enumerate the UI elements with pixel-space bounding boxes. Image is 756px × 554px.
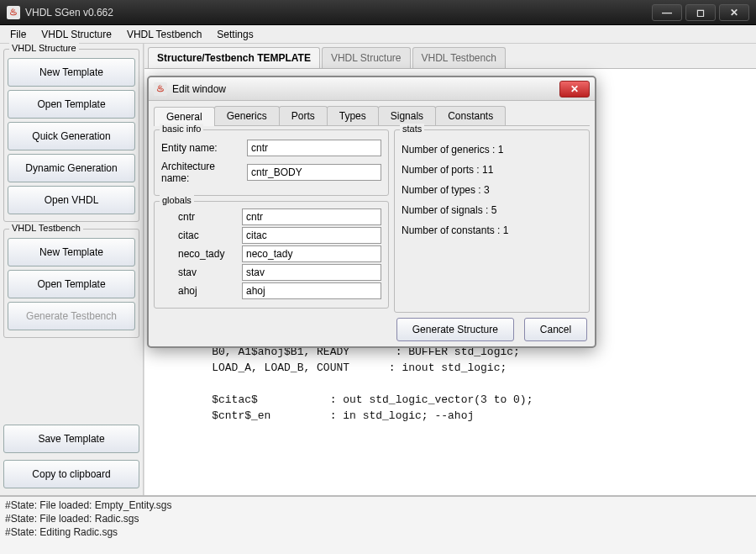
menu-settings[interactable]: Settings: [213, 27, 256, 42]
global-label: ahoj: [161, 285, 237, 297]
global-label: neco_tady: [161, 248, 237, 260]
fieldset-globals-title: globals: [160, 195, 194, 205]
fieldset-stats-title: stats: [400, 124, 424, 134]
status-line: #State: File loaded: Radic.sgs: [5, 512, 751, 525]
edit-window-dialog: ♨ Edit window ✕ General Generics Ports T…: [147, 76, 596, 348]
stat-generics: Number of generics : 1: [402, 144, 582, 156]
stat-types: Number of types : 3: [402, 184, 582, 196]
arch-name-label: Architecture name:: [161, 161, 242, 184]
entity-name-label: Entity name:: [161, 142, 242, 154]
global-label: stav: [161, 266, 237, 278]
generate-structure-button[interactable]: Generate Structure: [396, 318, 514, 341]
menu-file[interactable]: File: [7, 27, 29, 42]
stat-constants: Number of constants : 1: [402, 224, 582, 236]
open-vhdl-button[interactable]: Open VHDL: [8, 186, 135, 214]
menubar: File VHDL Structure VHDL Testbench Setti…: [0, 25, 756, 44]
global-input[interactable]: [242, 264, 381, 281]
fieldset-stats: stats Number of generics : 1 Number of p…: [394, 129, 590, 313]
global-input[interactable]: [242, 245, 381, 262]
entity-name-input[interactable]: [247, 140, 381, 156]
arch-name-input[interactable]: [247, 164, 381, 181]
tab-structure[interactable]: VHDL Structure: [322, 47, 411, 68]
global-input[interactable]: [242, 227, 381, 244]
group-structure: VHDL Structure New Template Open Templat…: [3, 49, 139, 222]
menu-structure[interactable]: VHDL Structure: [38, 27, 115, 42]
java-icon: ♨: [7, 6, 20, 19]
global-input[interactable]: [242, 208, 381, 225]
fieldset-basic-title: basic info: [160, 124, 203, 134]
window-titlebar: ♨ VHDL SGen v0.662 — ◻ ✕: [0, 0, 756, 25]
global-input[interactable]: [242, 282, 381, 299]
fieldset-basic-info: basic info Entity name: Architecture nam…: [154, 129, 389, 196]
dialog-titlebar[interactable]: ♨ Edit window ✕: [149, 77, 595, 101]
generate-testbench-button[interactable]: Generate Testbench: [8, 302, 135, 330]
statusbar: #State: File loaded: Empty_Entity.sgs #S…: [0, 495, 756, 554]
menu-testbench[interactable]: VHDL Testbench: [123, 27, 205, 42]
fieldset-globals: globals cntr citac neco_tady stav ahoj: [154, 201, 389, 309]
dialog-tabs: General Generics Ports Types Signals Con…: [154, 106, 590, 126]
quick-generation-button[interactable]: Quick Generation: [8, 122, 135, 150]
save-template-button[interactable]: Save Template: [3, 425, 139, 453]
cancel-button[interactable]: Cancel: [524, 318, 587, 341]
new-template-button[interactable]: New Template: [8, 58, 135, 87]
stat-signals: Number of signals : 5: [402, 204, 582, 216]
new-testbench-button[interactable]: New Template: [8, 238, 135, 266]
group-testbench: VHDL Testbench New Template Open Templat…: [3, 229, 139, 338]
group-structure-title: VHDL Structure: [9, 43, 79, 53]
stat-ports: Number of ports : 11: [402, 164, 582, 176]
dtab-ports[interactable]: Ports: [279, 106, 328, 125]
java-icon: ♨: [154, 82, 167, 96]
dtab-types[interactable]: Types: [327, 106, 379, 125]
dtab-constants[interactable]: Constants: [435, 106, 506, 125]
open-testbench-button[interactable]: Open Template: [8, 270, 135, 298]
status-line: #State: Editing Radic.sgs: [5, 525, 751, 539]
window-title: VHDL SGen v0.662: [25, 7, 648, 18]
maximize-button[interactable]: ◻: [685, 4, 716, 21]
status-line: #State: File loaded: Empty_Entity.sgs: [5, 499, 751, 512]
global-label: citac: [161, 230, 237, 241]
group-testbench-title: VHDL Testbench: [9, 223, 83, 233]
minimize-button[interactable]: —: [652, 4, 682, 21]
tab-testbench[interactable]: VHDL Testbench: [412, 47, 506, 68]
global-label: cntr: [161, 211, 237, 223]
tab-template[interactable]: Structure/Testbench TEMPLATE: [148, 47, 320, 68]
copy-clipboard-button[interactable]: Copy to clipboard: [3, 460, 139, 488]
close-button[interactable]: ✕: [719, 4, 749, 21]
dialog-close-button[interactable]: ✕: [559, 81, 590, 98]
dialog-title: Edit window: [172, 83, 559, 95]
main-tabs: Structure/Testbench TEMPLATE VHDL Struct…: [144, 44, 756, 69]
dynamic-generation-button[interactable]: Dynamic Generation: [8, 154, 135, 182]
sidebar: VHDL Structure New Template Open Templat…: [0, 44, 144, 495]
dtab-generics[interactable]: Generics: [214, 106, 280, 125]
open-template-button[interactable]: Open Template: [8, 90, 135, 119]
dtab-signals[interactable]: Signals: [378, 106, 436, 125]
